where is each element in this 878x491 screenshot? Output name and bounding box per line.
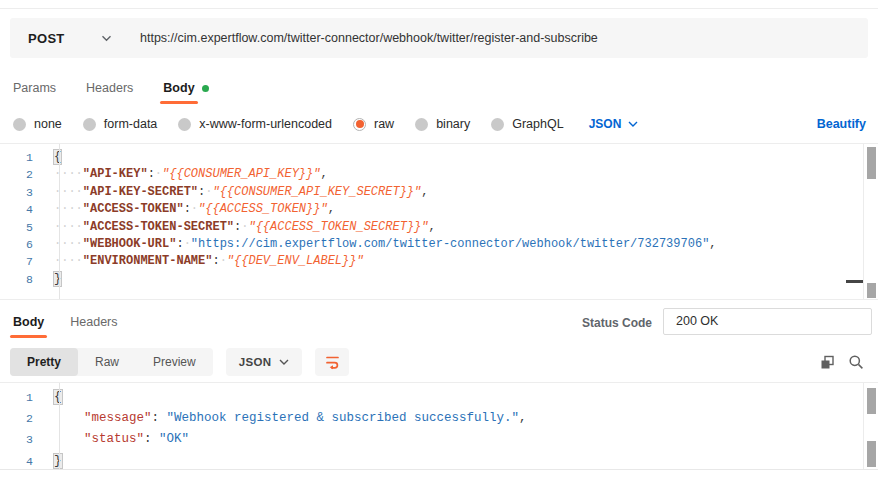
response-tab-body[interactable]: Body bbox=[13, 315, 44, 329]
request-tabs: Params Headers Body bbox=[13, 78, 209, 98]
copy-icon bbox=[820, 355, 835, 370]
line-number: 8 bbox=[0, 271, 46, 288]
code-line: 6····"WEBHOOK-URL":·"https://cim.expertf… bbox=[0, 236, 878, 253]
tab-params[interactable]: Params bbox=[13, 81, 56, 95]
body-type-label: raw bbox=[374, 117, 394, 131]
copy-response-button[interactable] bbox=[820, 355, 835, 370]
response-code: 1{2 "message": "Webhook registered & sub… bbox=[0, 387, 878, 472]
raw-language-select[interactable]: JSON bbox=[589, 117, 639, 131]
body-type-label: form-data bbox=[104, 117, 158, 131]
url-input[interactable]: https://cim.expertflow.com/twitter-conne… bbox=[128, 31, 868, 45]
line-number: 4 bbox=[0, 451, 46, 472]
line-number: 2 bbox=[0, 408, 46, 429]
code-line: 8} bbox=[0, 271, 878, 288]
body-type-form-data[interactable]: form-data bbox=[83, 117, 158, 131]
body-content-dot-icon bbox=[202, 85, 209, 92]
request-editor-scrollbar[interactable] bbox=[863, 144, 878, 299]
horizontal-scrollbar-thumb[interactable] bbox=[846, 280, 863, 283]
code-line: 3 "status": "OK" bbox=[0, 429, 878, 450]
code-line: 3····"API-KEY-SECRET":·"{{CONSUMER_API_K… bbox=[0, 184, 878, 201]
line-number: 5 bbox=[0, 219, 46, 236]
response-toolbar: Pretty Raw Preview JSON bbox=[10, 348, 868, 376]
line-number: 3 bbox=[0, 429, 46, 450]
search-response-button[interactable] bbox=[848, 354, 864, 370]
body-type-label: GraphQL bbox=[512, 117, 563, 131]
response-actions bbox=[820, 354, 868, 370]
radio-icon bbox=[13, 118, 26, 131]
line-number: 2 bbox=[0, 166, 46, 183]
method-select[interactable]: POST bbox=[10, 18, 128, 58]
response-body-editor[interactable]: 1{2 "message": "Webhook registered & sub… bbox=[0, 382, 878, 470]
code-line: 4} bbox=[0, 451, 878, 472]
line-number: 1 bbox=[0, 387, 46, 408]
line-number: 7 bbox=[0, 253, 46, 270]
scrollbar-thumb[interactable] bbox=[867, 283, 876, 298]
code-line: 1{ bbox=[0, 149, 878, 166]
radio-icon bbox=[353, 118, 366, 131]
body-type-x-www-form-urlencoded[interactable]: x-www-form-urlencoded bbox=[178, 117, 332, 131]
request-code: 1{2····"API-KEY":·"{{CONSUMER_API_KEY}}"… bbox=[0, 149, 878, 288]
scrollbar-thumb[interactable] bbox=[867, 147, 876, 179]
request-url-bar: POST https://cim.expertflow.com/twitter-… bbox=[10, 18, 868, 58]
radio-icon bbox=[178, 118, 191, 131]
radio-icon bbox=[83, 118, 96, 131]
search-icon bbox=[848, 354, 864, 370]
body-type-binary[interactable]: binary bbox=[415, 117, 470, 131]
gutter-divider bbox=[59, 144, 60, 299]
request-body-editor[interactable]: 1{2····"API-KEY":·"{{CONSUMER_API_KEY}}"… bbox=[0, 143, 878, 300]
body-type-label: x-www-form-urlencoded bbox=[199, 117, 332, 131]
line-number: 4 bbox=[0, 201, 46, 218]
chevron-down-icon bbox=[279, 359, 289, 365]
radio-icon bbox=[491, 118, 504, 131]
line-number: 6 bbox=[0, 236, 46, 253]
tab-body[interactable]: Body bbox=[163, 81, 208, 95]
code-line: 1{ bbox=[0, 387, 878, 408]
code-line: 2 "message": "Webhook registered & subsc… bbox=[0, 408, 878, 429]
status-code-value: 200 OK bbox=[663, 308, 872, 335]
response-tabs: Body Headers bbox=[13, 312, 118, 332]
code-line: 2····"API-KEY":·"{{CONSUMER_API_KEY}}", bbox=[0, 166, 878, 183]
code-line: 5····"ACCESS-TOKEN-SECRET":·"{{ACCESS_TO… bbox=[0, 219, 878, 236]
tab-headers[interactable]: Headers bbox=[86, 81, 133, 95]
body-type-none[interactable]: none bbox=[13, 117, 62, 131]
top-divider bbox=[0, 8, 878, 9]
view-tab-preview[interactable]: Preview bbox=[136, 348, 213, 376]
body-type-graphql[interactable]: GraphQL bbox=[491, 117, 563, 131]
response-editor-scrollbar[interactable] bbox=[863, 383, 878, 469]
body-type-label: binary bbox=[436, 117, 470, 131]
body-type-raw[interactable]: raw bbox=[353, 117, 394, 131]
view-tab-pretty[interactable]: Pretty bbox=[10, 348, 78, 376]
code-line: 4····"ACCESS-TOKEN":·"{{ACCESS_TOKEN}}", bbox=[0, 201, 878, 218]
wrap-lines-icon bbox=[325, 354, 340, 370]
beautify-button[interactable]: Beautify bbox=[817, 117, 866, 131]
radio-icon bbox=[415, 118, 428, 131]
body-type-label: none bbox=[34, 117, 62, 131]
gutter-divider bbox=[59, 383, 60, 469]
line-number: 1 bbox=[0, 149, 46, 166]
status-code-label: Status Code bbox=[582, 316, 652, 330]
wrap-lines-button[interactable] bbox=[315, 348, 349, 376]
code-line: 7····"ENVIRONMENT-NAME":·"{{DEV_ENV_LABE… bbox=[0, 253, 878, 270]
scrollbar-thumb[interactable] bbox=[867, 388, 876, 414]
response-language-select[interactable]: JSON bbox=[226, 348, 303, 376]
line-number: 3 bbox=[0, 184, 46, 201]
chevron-down-icon bbox=[628, 121, 638, 127]
scrollbar-thumb[interactable] bbox=[867, 441, 876, 467]
method-label: POST bbox=[28, 31, 65, 46]
view-tab-raw[interactable]: Raw bbox=[78, 348, 136, 376]
body-type-row: none form-data x-www-form-urlencoded raw… bbox=[13, 111, 866, 137]
response-view-switch: Pretty Raw Preview bbox=[10, 348, 213, 376]
response-tab-headers[interactable]: Headers bbox=[70, 315, 117, 329]
chevron-down-icon bbox=[101, 35, 112, 42]
